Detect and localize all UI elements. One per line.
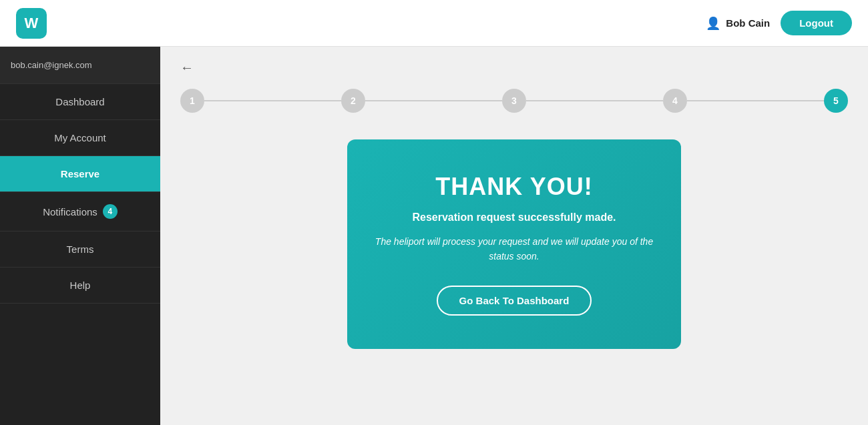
- logo: W: [16, 8, 47, 39]
- step-1: 1: [180, 89, 204, 113]
- user-icon: 👤: [706, 16, 720, 31]
- stepper: 1 2 3 4 5: [180, 89, 848, 113]
- notifications-badge: 4: [103, 204, 118, 219]
- step-line-1: [204, 100, 341, 101]
- sidebar-item-reserve[interactable]: Reserve: [0, 156, 160, 192]
- sidebar-item-terms[interactable]: Terms: [0, 232, 160, 268]
- sidebar-item-notifications-label: Notifications: [43, 206, 97, 218]
- back-arrow[interactable]: ←: [180, 60, 194, 75]
- sidebar-item-notifications[interactable]: Notifications 4: [0, 192, 160, 232]
- layout: bob.cain@ignek.com Dashboard My Account …: [0, 47, 868, 425]
- thank-you-body: The heliport will process your request a…: [374, 234, 654, 264]
- step-2: 2: [341, 89, 365, 113]
- thank-you-subtitle: Reservation request successfully made.: [374, 211, 654, 224]
- step-line-4: [687, 100, 824, 101]
- sidebar-item-dashboard[interactable]: Dashboard: [0, 84, 160, 120]
- user-name: Bob Cain: [726, 17, 770, 29]
- step-line-2: [365, 100, 502, 101]
- step-3: 3: [502, 89, 526, 113]
- user-info: 👤 Bob Cain: [706, 16, 770, 31]
- thank-you-title: THANK YOU!: [374, 173, 654, 201]
- header-right: 👤 Bob Cain Logout: [706, 11, 852, 35]
- go-back-to-dashboard-button[interactable]: Go Back To Dashboard: [437, 286, 592, 316]
- sidebar-email: bob.cain@ignek.com: [0, 47, 160, 84]
- thank-you-card: THANK YOU! Reservation request successfu…: [347, 139, 681, 349]
- sidebar: bob.cain@ignek.com Dashboard My Account …: [0, 47, 160, 425]
- step-line-3: [526, 100, 663, 101]
- step-4: 4: [663, 89, 687, 113]
- logout-button[interactable]: Logout: [781, 11, 852, 35]
- logo-text: W: [25, 15, 39, 32]
- step-5: 5: [824, 89, 848, 113]
- header: W 👤 Bob Cain Logout: [0, 0, 868, 47]
- main-content: ← 1 2 3 4 5 THANK YOU! Reservation reque…: [160, 47, 868, 425]
- sidebar-item-help[interactable]: Help: [0, 268, 160, 304]
- sidebar-item-my-account[interactable]: My Account: [0, 120, 160, 156]
- sidebar-nav: Dashboard My Account Reserve Notificatio…: [0, 84, 160, 425]
